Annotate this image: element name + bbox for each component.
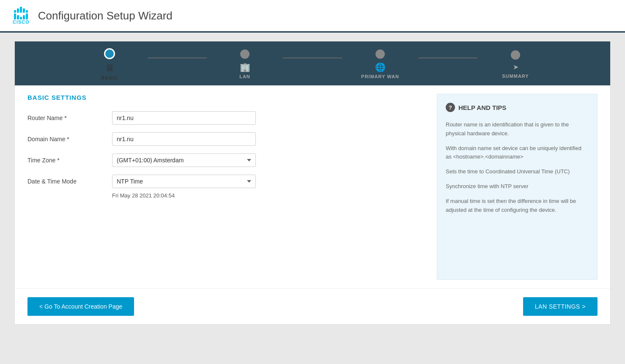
help-title-text: HELP AND TIPS: [458, 104, 506, 111]
datetime-mode-select[interactable]: NTP Time Manual: [112, 175, 256, 188]
step-circle-wan: [376, 49, 385, 59]
help-tip-2: With domain name set device can be uniqu…: [446, 144, 589, 162]
help-title: ? HELP AND TIPS: [446, 103, 589, 112]
step-lan[interactable]: 🏢 LAN: [207, 49, 283, 79]
step-label-summary: SUMMARY: [502, 74, 529, 79]
step-line-1: [148, 57, 207, 58]
step-label-wan: PRIMARY WAN: [361, 74, 399, 79]
step-container-lan: 🏢 LAN: [207, 48, 342, 80]
footer-bar: < Go To Account Creation Page LAN SETTIN…: [15, 288, 610, 324]
wizard-steps: 🖥 BASIC 🏢 LAN 🌐 PRIMARY WAN: [15, 41, 610, 85]
cisco-bar: [20, 7, 22, 13]
router-name-input[interactable]: [112, 111, 256, 125]
cisco-text: CISCO: [13, 19, 30, 25]
cisco-bar: [14, 10, 16, 13]
cisco-bar: [26, 10, 28, 13]
form-section: BASIC SETTINGS Router Name * Domain Name…: [27, 94, 428, 280]
cisco-bars-bottom: [14, 14, 28, 19]
cisco-logo: CISCO: [13, 7, 30, 25]
step-wan[interactable]: 🌐 PRIMARY WAN: [342, 49, 418, 79]
help-tip-3: Sets the time to Coordinated Universal T…: [446, 167, 589, 176]
cisco-bar: [17, 15, 19, 19]
cisco-bar: [17, 8, 19, 13]
next-button[interactable]: LAN SETTINGS >: [523, 297, 598, 316]
step-circle-basic: [104, 48, 115, 59]
content-area: BASIC SETTINGS Router Name * Domain Name…: [15, 85, 610, 288]
time-zone-label: Time Zone *: [27, 157, 112, 164]
step-label-lan: LAN: [239, 74, 250, 79]
datetime-mode-label: Date & Time Mode: [27, 178, 112, 185]
step-line-3: [418, 57, 477, 58]
page-title: Configuration Setup Wizard: [38, 9, 173, 22]
step-summary[interactable]: ➤ SUMMARY: [477, 50, 554, 79]
step-container-summary: ➤ SUMMARY: [477, 48, 554, 80]
domain-name-input[interactable]: [112, 132, 256, 146]
cisco-bar: [23, 15, 25, 19]
step-circle-lan: [240, 49, 249, 59]
datetime-mode-row: Date & Time Mode NTP Time Manual: [27, 175, 428, 188]
step-container-wan: 🌐 PRIMARY WAN: [342, 48, 477, 80]
section-title: BASIC SETTINGS: [27, 94, 428, 101]
step-label-basic: BASIC: [101, 75, 118, 80]
help-tip-4: Synchronize time with NTP server: [446, 182, 589, 191]
time-zone-row: Time Zone * (GMT+01:00) Amsterdam (GMT+0…: [27, 153, 428, 167]
domain-name-row: Domain Name *: [27, 132, 428, 146]
step-basic[interactable]: 🖥 BASIC: [71, 48, 148, 80]
arrow-icon: ➤: [513, 63, 518, 71]
cisco-bars-top: [14, 7, 28, 13]
time-zone-select[interactable]: (GMT+01:00) Amsterdam (GMT+00:00) UTC (G…: [112, 153, 256, 167]
router-name-label: Router Name *: [27, 115, 112, 121]
network-icon: 🏢: [240, 62, 250, 72]
help-tip-5: If manual time is set then the differenc…: [446, 197, 589, 215]
current-datetime: Fri May 28 2021 20:04:54: [112, 192, 428, 199]
help-panel: ? HELP AND TIPS Router name is an identi…: [437, 94, 598, 280]
monitor-icon: 🖥: [105, 63, 114, 74]
globe-icon: 🌐: [375, 62, 386, 72]
help-icon: ?: [446, 103, 455, 112]
step-circle-summary: [511, 50, 520, 60]
cisco-bar: [23, 8, 25, 13]
header: CISCO Configuration Setup Wizard: [0, 0, 625, 33]
cisco-bar: [26, 14, 28, 19]
prev-button[interactable]: < Go To Account Creation Page: [27, 297, 134, 316]
step-line-2: [283, 57, 342, 58]
cisco-bar: [14, 14, 16, 19]
help-tip-1: Router name is an identification that is…: [446, 120, 589, 138]
domain-name-label: Domain Name *: [27, 136, 112, 142]
router-name-row: Router Name *: [27, 111, 428, 125]
step-container-basic: 🖥 BASIC: [71, 48, 207, 80]
main-container: 🖥 BASIC 🏢 LAN 🌐 PRIMARY WAN: [14, 41, 611, 325]
